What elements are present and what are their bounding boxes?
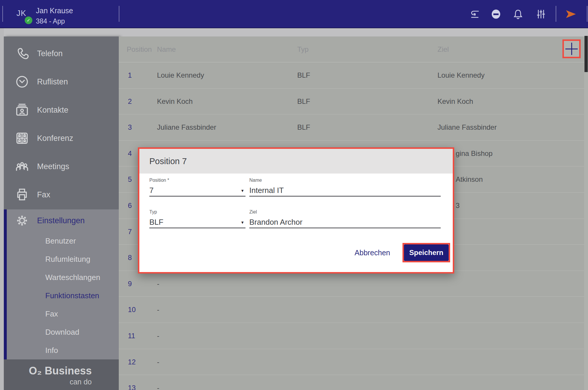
table-header-row: Position Name Typ Ziel xyxy=(119,36,588,62)
contact-card-icon xyxy=(14,102,30,118)
sidebar-item-konferenz[interactable]: Konferenz xyxy=(4,124,119,152)
sidebar-item-ruflisten[interactable]: Ruflisten xyxy=(4,68,119,96)
sidebar-item-fax[interactable]: Fax xyxy=(4,181,119,209)
cell-position: 5 xyxy=(128,175,132,184)
column-header-ziel: Ziel xyxy=(437,45,449,54)
sidebar-item-meetings[interactable]: Meetings xyxy=(4,152,119,181)
cell-ziel: 3 xyxy=(456,201,460,210)
page-gutter xyxy=(0,28,4,390)
sidebar-subitem-fax[interactable]: Fax xyxy=(7,305,119,323)
sidebar-subitem-benutzer[interactable]: Benutzer xyxy=(7,232,119,250)
add-function-key-button[interactable] xyxy=(564,41,579,57)
cancel-button[interactable]: Abbrechen xyxy=(355,249,390,257)
field-name: Name Internal IT xyxy=(249,178,441,196)
table-row[interactable]: 12 - xyxy=(119,349,588,375)
field-label: Position * xyxy=(149,178,245,183)
sidebar-item-label: Fax xyxy=(37,190,50,199)
dialog-title: Position 7 xyxy=(149,156,187,166)
sidebar-item-label: Konferenz xyxy=(37,134,73,143)
sidebar-subitem-info[interactable]: Info xyxy=(7,341,119,359)
cell-name: - xyxy=(157,306,159,314)
cell-ziel: Louie Kennedy xyxy=(437,71,485,79)
sidebar-subitem-download[interactable]: Download xyxy=(7,323,119,341)
cell-ziel: Atkinson xyxy=(456,175,483,184)
header-divider xyxy=(556,6,556,22)
brand-name: O₂ Business xyxy=(4,365,92,377)
sidebar-subitem-warteschlangen[interactable]: Warteschlangen xyxy=(7,268,119,286)
send-arrow-icon[interactable] xyxy=(565,8,577,20)
sidebar-nav: Telefon Ruflisten Kontakte Konferenz Mee… xyxy=(4,36,119,209)
cell-position: 12 xyxy=(128,358,136,366)
field-select[interactable]: 7 xyxy=(149,186,245,196)
save-button[interactable]: Speichern xyxy=(404,244,449,261)
cell-name: - xyxy=(157,358,159,366)
dialog-actions: Abbrechen Speichern xyxy=(355,243,450,262)
app-header: JK ✓ Jan Krause 384 - App xyxy=(0,0,588,28)
cell-position: 13 xyxy=(128,384,136,390)
do-not-disturb-icon[interactable] xyxy=(490,8,502,20)
cell-name: - xyxy=(157,332,159,340)
table-row[interactable]: 11 - xyxy=(119,323,588,349)
conference-grid-icon xyxy=(14,131,30,146)
cell-typ: BLF xyxy=(297,71,310,79)
clock-icon xyxy=(14,74,30,89)
cell-ziel: gina Bishop xyxy=(456,149,492,158)
field-label: Ziel xyxy=(249,209,441,215)
sidebar-item-label: Telefon xyxy=(37,49,63,58)
sliders-settings-icon[interactable] xyxy=(535,8,547,20)
cell-name: - xyxy=(157,384,159,390)
sidebar-settings-subitems: BenutzerRufumleitungWarteschlangenFunkti… xyxy=(7,232,119,359)
sidebar-subitem-funktionstasten[interactable]: Funktionstasten xyxy=(7,286,119,305)
call-forward-icon[interactable] xyxy=(469,8,481,20)
field-input[interactable]: Brandon Archor xyxy=(249,218,441,228)
cell-ziel: Kevin Koch xyxy=(437,97,473,106)
sidebar-item-einstellungen[interactable]: Einstellungen xyxy=(7,209,119,232)
field-select[interactable]: BLF xyxy=(149,218,245,228)
sidebar-item-label: Kontakte xyxy=(37,106,69,115)
cell-name: Louie Kennedy xyxy=(157,71,204,79)
brand-logo: O₂ Business can do xyxy=(4,359,119,390)
table-row[interactable]: 2 Kevin Koch BLF Kevin Koch xyxy=(119,89,588,115)
brand-tagline: can do xyxy=(4,378,92,386)
header-divider xyxy=(587,6,587,22)
dialog-body: Position * 7 ▼Name Internal IT Typ BLF ▼… xyxy=(139,174,453,272)
cell-position: 10 xyxy=(128,306,136,314)
cell-name: - xyxy=(157,280,159,288)
field-label: Typ xyxy=(149,209,245,215)
table-row[interactable]: 13 - xyxy=(119,375,588,390)
cell-typ: BLF xyxy=(297,123,310,131)
field-ziel: Ziel Brandon Archor xyxy=(249,209,441,228)
sidebar-item-label: Ruflisten xyxy=(37,77,68,86)
scrollbar-track[interactable] xyxy=(584,36,588,390)
field-label: Name xyxy=(249,178,441,183)
sidebar-subitem-rufumleitung[interactable]: Rufumleitung xyxy=(7,250,119,268)
people-group-icon xyxy=(14,159,30,174)
table-row[interactable]: 3 Juliane Fassbinder BLF Juliane Fassbin… xyxy=(119,114,588,141)
scrollbar-thumb[interactable] xyxy=(584,36,588,72)
sidebar-item-label: Meetings xyxy=(37,162,69,171)
chevron-down-icon: ▼ xyxy=(240,189,244,193)
cell-typ: BLF xyxy=(297,97,310,106)
cell-name: Juliane Fassbinder xyxy=(157,123,216,131)
add-key-highlight xyxy=(562,39,581,58)
header-actions xyxy=(0,0,588,28)
notifications-bell-icon[interactable] xyxy=(512,8,524,20)
cell-name: Kevin Koch xyxy=(157,97,193,106)
sidebar-item-telefon[interactable]: Telefon xyxy=(4,39,119,68)
sidebar-item-kontakte[interactable]: Kontakte xyxy=(4,96,119,124)
field-input[interactable]: Internal IT xyxy=(249,186,441,196)
chevron-down-icon: ▼ xyxy=(240,220,244,225)
column-header-typ: Typ xyxy=(297,45,309,54)
cell-position: 8 xyxy=(128,254,132,262)
table-row[interactable]: 9 - xyxy=(119,271,588,297)
column-header-position: Position xyxy=(127,45,152,54)
cell-position: 3 xyxy=(128,123,132,131)
sidebar: Telefon Ruflisten Kontakte Konferenz Mee… xyxy=(4,36,119,390)
save-button-highlight: Speichern xyxy=(402,243,450,262)
cell-position: 6 xyxy=(128,201,132,210)
table-row[interactable]: 1 Louie Kennedy BLF Louie Kennedy xyxy=(119,62,588,89)
cell-position: 9 xyxy=(128,280,132,288)
cell-position: 4 xyxy=(128,149,132,158)
table-row[interactable]: 10 - xyxy=(119,297,588,323)
cell-position: 2 xyxy=(128,97,132,106)
